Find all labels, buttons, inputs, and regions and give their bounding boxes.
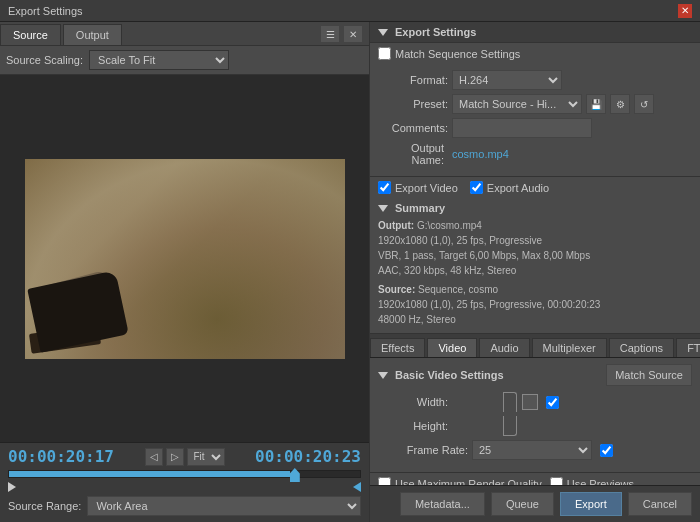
tab-bar: Source Output ☰ ✕ bbox=[0, 22, 369, 46]
timeline-buttons: ◁ ▷ Fit bbox=[145, 448, 225, 466]
preset-row: Preset: Match Source - Hi... 💾 ⚙ ↺ bbox=[378, 94, 692, 114]
comments-input[interactable] bbox=[452, 118, 592, 138]
close-button[interactable]: ✕ bbox=[678, 4, 692, 18]
source-range-label: Source Range: bbox=[8, 500, 81, 512]
left-panel: Source Output ☰ ✕ Source Scaling: Scale … bbox=[0, 22, 370, 522]
export-audio-checkbox[interactable] bbox=[470, 181, 483, 194]
timeline-marker bbox=[290, 468, 300, 482]
tab-multiplexer[interactable]: Multiplexer bbox=[532, 338, 607, 357]
source-scaling-label: Source Scaling: bbox=[6, 54, 83, 66]
comments-row: Comments: bbox=[378, 118, 692, 138]
tab-source[interactable]: Source bbox=[0, 24, 61, 45]
export-video-checkbox[interactable] bbox=[378, 181, 391, 194]
match-sequence-checkbox[interactable] bbox=[378, 47, 391, 60]
chain-bottom bbox=[503, 416, 517, 436]
export-button[interactable]: Export bbox=[560, 492, 622, 516]
bottom-buttons: Metadata... Queue Export Cancel bbox=[370, 485, 700, 522]
export-video-label: Export Video bbox=[395, 182, 458, 194]
timeline-area: 00:00:20:17 ◁ ▷ Fit 00:00:20:23 So bbox=[0, 442, 369, 522]
summary-source-label: Source: bbox=[378, 284, 415, 295]
format-row: Format: H.264 bbox=[378, 70, 692, 90]
match-sequence-row: Match Sequence Settings bbox=[370, 43, 700, 64]
tab-audio[interactable]: Audio bbox=[479, 338, 529, 357]
max-render-checkbox[interactable] bbox=[378, 477, 391, 485]
format-label: Format: bbox=[378, 74, 448, 86]
right-panel: Export Settings Match Sequence Settings … bbox=[370, 22, 700, 522]
frame-rate-row: Frame Rate: 25 bbox=[378, 440, 692, 460]
output-name-label: Output Name: bbox=[378, 142, 448, 166]
tab-output[interactable]: Output bbox=[63, 24, 122, 45]
main-container: Source Output ☰ ✕ Source Scaling: Scale … bbox=[0, 22, 700, 522]
preview-area bbox=[0, 75, 369, 442]
delete-preset-button[interactable]: ⚙ bbox=[610, 94, 630, 114]
panel-menu-button[interactable]: ☰ bbox=[320, 25, 340, 43]
basic-video-collapse-icon bbox=[378, 372, 388, 379]
video-settings-section: Basic Video Settings Match Source Width:… bbox=[370, 358, 700, 472]
marker-out-button[interactable]: ▷ bbox=[166, 448, 184, 466]
output-name-link[interactable]: cosmo.mp4 bbox=[452, 148, 509, 160]
zoom-select[interactable]: Fit bbox=[187, 448, 225, 466]
summary-title: Summary bbox=[395, 202, 445, 214]
max-render-item: Use Maximum Render Quality bbox=[378, 477, 542, 485]
width-row: Width: 1.920 bbox=[378, 392, 692, 412]
frame-rate-select[interactable]: 25 bbox=[472, 440, 592, 460]
basic-video-header: Basic Video Settings Match Source bbox=[378, 364, 692, 386]
collapse-icon bbox=[378, 29, 388, 36]
summary-output-label: Output: bbox=[378, 220, 414, 231]
marker-in-button[interactable]: ◁ bbox=[145, 448, 163, 466]
export-video-check-item: Export Video bbox=[378, 181, 458, 194]
tab-ftp[interactable]: FTP bbox=[676, 338, 700, 357]
use-previews-label: Use Previews bbox=[567, 478, 634, 486]
save-preset-button[interactable]: 💾 bbox=[586, 94, 606, 114]
tab-effects[interactable]: Effects bbox=[370, 338, 425, 357]
metadata-button[interactable]: Metadata... bbox=[400, 492, 485, 516]
playhead-icon bbox=[8, 482, 16, 492]
comments-label: Comments: bbox=[378, 122, 448, 134]
summary-section: Summary Output: G:\cosmo.mp4 1920x1080 (… bbox=[370, 198, 700, 334]
frame-rate-checkbox[interactable] bbox=[600, 444, 613, 457]
source-scaling-row: Source Scaling: Scale To Fit bbox=[0, 46, 369, 75]
height-row: Height: 1.080 bbox=[378, 416, 692, 436]
basic-video-title: Basic Video Settings bbox=[395, 369, 504, 381]
output-name-row: Output Name: cosmo.mp4 bbox=[378, 142, 692, 166]
export-settings-header: Export Settings bbox=[370, 22, 700, 43]
queue-button[interactable]: Queue bbox=[491, 492, 554, 516]
source-range-select[interactable]: Work Area bbox=[87, 496, 361, 516]
tab-captions[interactable]: Captions bbox=[609, 338, 674, 357]
right-scroll-area[interactable]: Match Sequence Settings Format: H.264 Pr… bbox=[370, 43, 700, 485]
height-label: Height: bbox=[398, 420, 448, 432]
preview-image bbox=[25, 159, 345, 359]
max-render-label: Use Maximum Render Quality bbox=[395, 478, 542, 486]
chain-bot-wrapper bbox=[503, 416, 517, 436]
use-previews-checkbox[interactable] bbox=[550, 477, 563, 485]
match-source-button[interactable]: Match Source bbox=[606, 364, 692, 386]
use-previews-item: Use Previews bbox=[550, 477, 634, 485]
timeline-fill bbox=[9, 471, 290, 477]
preset-label: Preset: bbox=[378, 98, 448, 110]
source-scaling-select[interactable]: Scale To Fit bbox=[89, 50, 229, 70]
panel-close-button[interactable]: ✕ bbox=[343, 25, 363, 43]
frame-rate-label: Frame Rate: bbox=[398, 444, 468, 456]
summary-collapse-icon bbox=[378, 205, 388, 212]
height-input[interactable]: 1.080 bbox=[452, 420, 497, 432]
summary-source-content: Source: Sequence, cosmo 1920x1080 (1,0),… bbox=[378, 282, 692, 327]
timeline-bar[interactable] bbox=[8, 470, 361, 478]
width-chain-checkbox[interactable] bbox=[546, 396, 559, 409]
format-select[interactable]: H.264 bbox=[452, 70, 562, 90]
summary-content: Output: G:\cosmo.mp4 1920x1080 (1,0), 25… bbox=[378, 218, 692, 278]
cancel-button[interactable]: Cancel bbox=[628, 492, 692, 516]
export-settings-title: Export Settings bbox=[395, 26, 476, 38]
match-sequence-label: Match Sequence Settings bbox=[395, 48, 520, 60]
chain-lock bbox=[522, 394, 538, 410]
export-checks-row: Export Video Export Audio bbox=[370, 177, 700, 198]
source-range-row: Source Range: Work Area bbox=[8, 496, 361, 516]
playhead-end-icon bbox=[353, 482, 361, 492]
width-input[interactable]: 1.920 bbox=[452, 396, 497, 408]
timecode-end: 00:00:20:23 bbox=[255, 447, 361, 466]
preset-select[interactable]: Match Source - Hi... bbox=[452, 94, 582, 114]
aspect-chain bbox=[503, 392, 517, 412]
refresh-preset-button[interactable]: ↺ bbox=[634, 94, 654, 114]
tab-video[interactable]: Video bbox=[427, 338, 477, 357]
window-title: Export Settings bbox=[8, 5, 83, 17]
summary-header: Summary bbox=[378, 202, 692, 214]
